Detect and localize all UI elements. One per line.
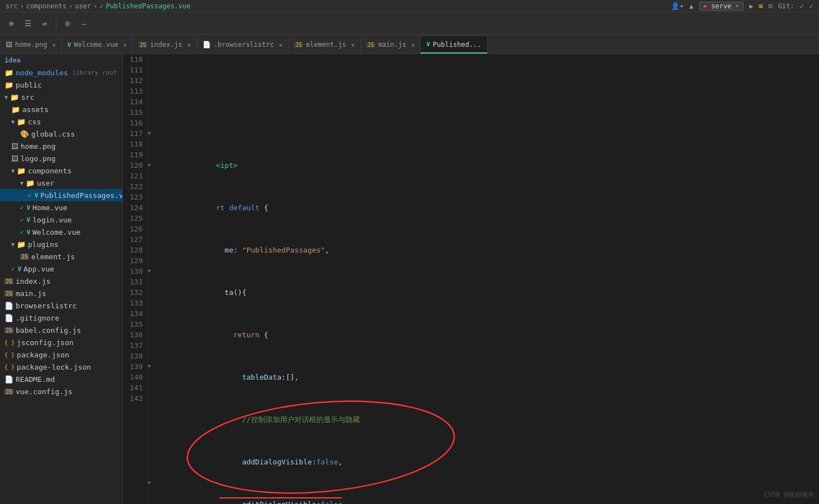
tab-js-icon: JS xyxy=(138,42,147,48)
tab-home-png-close[interactable]: ✕ xyxy=(52,42,56,48)
sidebar-item-logo-png[interactable]: 🖼 logo.png xyxy=(0,152,122,164)
sidebar-item-assets[interactable]: 📁 assets xyxy=(0,103,122,115)
check-icon-login: ✓ xyxy=(20,216,24,224)
plugin-icon1[interactable]: ⊞ xyxy=(759,2,763,10)
js-icon-babel: JS xyxy=(4,327,13,333)
browsers-icon: 📄 xyxy=(4,302,13,310)
tab-browsers-label: .browserslistrc xyxy=(214,41,274,49)
bc-components[interactable]: components xyxy=(26,2,66,10)
sidebar-item-css[interactable]: ▼ 📁 css xyxy=(0,115,122,128)
app-vue-label: App.vue xyxy=(23,265,54,273)
tab-welcome-vue[interactable]: V Welcome.vue ✕ xyxy=(62,36,133,54)
serve-container[interactable]: ▶ serve ▾ xyxy=(699,2,744,11)
sidebar-item-home-png[interactable]: 🖼 home.png xyxy=(0,140,122,152)
json-icon-package: { } xyxy=(4,352,15,358)
tab-welcome-close[interactable]: ✕ xyxy=(123,42,127,48)
folder-icon-components: 📁 xyxy=(17,167,26,175)
sidebar-item-gitignore[interactable]: 📄 .gitignore xyxy=(0,312,122,324)
sidebar-item-package-lock[interactable]: { } package-lock.json xyxy=(0,361,122,373)
tab-browserslistrc[interactable]: 📄 .browserslistrc ✕ xyxy=(197,36,288,54)
tab-main-label: main.js xyxy=(378,41,407,49)
tab-index-close[interactable]: ✕ xyxy=(187,42,191,48)
serve-label: serve xyxy=(711,2,731,10)
sidebar-item-readme[interactable]: 📄 README.md xyxy=(0,373,122,385)
tab-element-js[interactable]: JS element.js ✕ xyxy=(288,36,360,54)
package-label: package.json xyxy=(17,351,69,359)
plugins-label: plugins xyxy=(28,240,59,249)
folder-icon-plugins: 📁 xyxy=(17,240,26,249)
sidebar-item-node-modules[interactable]: 📁 node_modules library root xyxy=(0,66,122,79)
package-lock-label: package-lock.json xyxy=(17,363,91,371)
git-check1: ✓ xyxy=(800,2,804,10)
serve-dropdown-icon[interactable]: ▾ xyxy=(735,3,739,9)
sidebar-item-element-js[interactable]: JS element.js xyxy=(0,250,122,263)
tab-published-vue[interactable]: V Published... xyxy=(421,36,487,54)
css-label: css xyxy=(28,118,41,126)
run-icon[interactable]: ▶ xyxy=(749,2,753,10)
sidebar-item-user[interactable]: ▼ 📁 user xyxy=(0,177,122,189)
tab-welcome-label: Welcome.vue xyxy=(74,41,118,49)
sidebar-item-main-js[interactable]: JS main.js xyxy=(0,287,122,299)
serve-red-icon: ▶ xyxy=(704,3,707,9)
vue-icon-welcome: V xyxy=(27,229,31,236)
arrow-css: ▼ xyxy=(11,119,15,125)
sidebar-item-login-vue[interactable]: ✓ V login.vue xyxy=(0,214,122,226)
sidebar-item-browserslistrc[interactable]: 📄 browserslistrc xyxy=(0,299,122,312)
layout2-icon[interactable]: ⇌ xyxy=(38,17,51,30)
sidebar-item-idea[interactable]: idea xyxy=(0,54,122,66)
png-icon: 🖼 xyxy=(11,142,18,151)
tab-main-close[interactable]: ✕ xyxy=(411,42,415,48)
sidebar-item-global-css[interactable]: 🎨 global.css xyxy=(0,128,122,140)
tab-index-js[interactable]: JS index.js ✕ xyxy=(133,36,197,54)
vue-icon-published: V xyxy=(35,192,38,199)
tab-home-png[interactable]: 🖼 home.png ✕ xyxy=(0,36,62,54)
sidebar-item-jsconfig[interactable]: { } jsconfig.json xyxy=(0,336,122,348)
index-js-label: index.js xyxy=(16,277,51,285)
line-110: <ipt> xyxy=(163,149,819,160)
sidebar-item-src[interactable]: ▼ 📁 src xyxy=(0,91,122,103)
tab-index-label: index.js xyxy=(150,41,182,49)
bc-src[interactable]: src xyxy=(6,2,18,10)
line-111: rt default { xyxy=(163,192,819,202)
sidebar-item-published-passages[interactable]: ✓ V PublishedPassages.vue xyxy=(0,189,122,201)
sidebar-item-vue-config[interactable]: JS vue.config.js xyxy=(0,385,122,398)
sidebar-item-app-vue[interactable]: ✓ V App.vue xyxy=(0,263,122,275)
line-117: addDialogVisible:false, xyxy=(163,446,819,457)
layout-icon[interactable]: ☰ xyxy=(21,17,35,30)
line-115: tableData:[], xyxy=(163,361,819,372)
tab-browsers-close[interactable]: ✕ xyxy=(279,42,282,48)
code-content[interactable]: ▼ ▼ ▼ ▼ ▼ ▼ ▼ xyxy=(148,54,819,504)
minimize-icon[interactable]: — xyxy=(78,17,91,30)
sidebar-item-welcome-vue[interactable]: ✓ V Welcome.vue xyxy=(0,226,122,238)
tab-element-label: element.js xyxy=(306,41,346,49)
jsconfig-label: jsconfig.json xyxy=(17,338,74,347)
line-116: //控制添加用户对话框的显示与隐藏 xyxy=(163,404,819,414)
sidebar-item-index-js[interactable]: JS index.js xyxy=(0,275,122,287)
sidebar-item-package[interactable]: { } package.json xyxy=(0,348,122,361)
tab-main-js[interactable]: JS main.js ✕ xyxy=(361,36,421,54)
logo-png-icon: 🖼 xyxy=(11,154,18,163)
js-icon-main: JS xyxy=(4,290,13,297)
sidebar-item-home-vue[interactable]: ✓ V Home.vue xyxy=(0,201,122,214)
sidebar-item-plugins[interactable]: ▼ 📁 plugins xyxy=(0,238,122,250)
settings-icon[interactable]: ⚙ xyxy=(61,17,74,30)
folder-icon-src: 📁 xyxy=(10,93,19,101)
project-icon[interactable]: ⊕ xyxy=(4,17,18,30)
babel-label: babel.config.js xyxy=(16,326,81,335)
plugin-icon2[interactable]: ⊡ xyxy=(768,2,772,10)
sidebar-item-components[interactable]: ▼ 📁 components xyxy=(0,164,122,177)
folder-icon-public: 📁 xyxy=(4,81,13,89)
line-114: return { xyxy=(163,319,819,329)
tab-element-close[interactable]: ✕ xyxy=(351,42,355,48)
published-passages-label: PublishedPassages.vue xyxy=(40,191,123,200)
home-vue-label: Home.vue xyxy=(32,203,68,212)
git-label: Git: xyxy=(778,2,794,10)
vue-icon-home: V xyxy=(27,204,31,211)
arrow-icon[interactable]: ▲ xyxy=(690,2,693,10)
sidebar-item-babel[interactable]: JS babel.config.js xyxy=(0,324,122,336)
code-scroll[interactable]: 110 111 112 113 114 115 116 117 118 119 … xyxy=(123,54,819,504)
sidebar-item-public[interactable]: 📁 public xyxy=(0,79,122,91)
check-icon-published: ✓ xyxy=(28,192,32,199)
user-icon[interactable]: 👤▾ xyxy=(671,2,683,10)
bc-user[interactable]: user xyxy=(75,2,91,10)
